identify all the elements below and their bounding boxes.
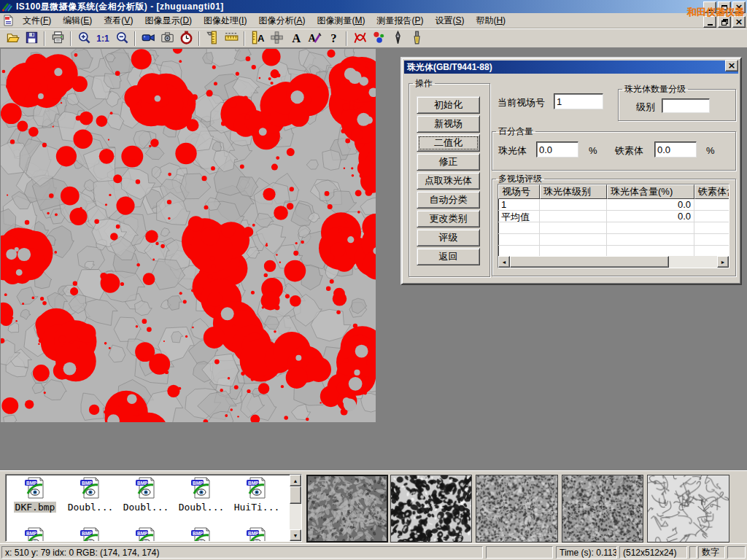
menu-item[interactable]: 图像显示(D) bbox=[139, 13, 198, 28]
file-item[interactable]: BMPDoubl... bbox=[174, 477, 229, 513]
open-button[interactable] bbox=[3, 30, 22, 47]
dialog-title-bar[interactable]: 珠光体(GB/T9441-88) bbox=[404, 61, 738, 74]
status-dimensions: (512x512x24) bbox=[619, 546, 687, 559]
help-icon: ? bbox=[327, 31, 341, 47]
menu-item[interactable]: 图像分析(A) bbox=[252, 13, 311, 28]
op-button[interactable]: 返回 bbox=[417, 248, 480, 265]
scroll-up-icon[interactable]: ▲ bbox=[290, 475, 301, 486]
zoom-in-icon bbox=[77, 31, 91, 47]
current-view-input[interactable] bbox=[554, 93, 603, 109]
zoom-out-button[interactable] bbox=[112, 30, 131, 47]
particles-button[interactable] bbox=[369, 30, 388, 47]
thumbnail-image[interactable] bbox=[390, 475, 472, 542]
child-window-controls bbox=[703, 16, 746, 28]
minimize-button[interactable] bbox=[703, 16, 716, 28]
status-position: x: 510 y: 79 idx: 0 RGB: (174, 174, 174) bbox=[1, 546, 483, 559]
file-item[interactable]: BMP bbox=[229, 527, 285, 542]
file-item[interactable]: BMP bbox=[174, 527, 229, 542]
table-cell bbox=[498, 234, 540, 246]
close-button[interactable] bbox=[732, 16, 746, 28]
dialog-close-button[interactable] bbox=[725, 60, 738, 71]
thumbnail-image[interactable] bbox=[476, 475, 557, 542]
grid-button[interactable] bbox=[267, 30, 286, 47]
thumbnail-image[interactable] bbox=[647, 475, 729, 542]
file-item[interactable]: BMP bbox=[63, 527, 118, 542]
thumbnail-image[interactable] bbox=[306, 475, 388, 542]
camera-button[interactable] bbox=[158, 30, 177, 47]
scroll-right-icon[interactable]: ► bbox=[717, 256, 729, 268]
op-button[interactable]: 自动分类 bbox=[417, 191, 480, 209]
scroll-left-icon[interactable]: ◄ bbox=[498, 256, 510, 268]
micrograph-image[interactable] bbox=[1, 49, 376, 422]
curve-tool-button[interactable] bbox=[350, 30, 369, 47]
table-cell bbox=[694, 211, 729, 222]
menu-item[interactable]: 帮助(H) bbox=[470, 13, 511, 28]
table-row[interactable] bbox=[498, 234, 729, 246]
thumbnail-image[interactable] bbox=[562, 475, 643, 542]
op-button[interactable]: 修正 bbox=[417, 153, 480, 171]
menu-item[interactable]: 图像处理(I) bbox=[198, 13, 252, 28]
measure-text-button[interactable]: A bbox=[248, 30, 267, 47]
table-cell bbox=[694, 199, 729, 211]
table-header-row: 视场号珠光体级别珠光体含量(%)铁素体含量(%) bbox=[498, 184, 729, 199]
table-row[interactable]: 平均值0.0 bbox=[498, 211, 729, 222]
file-item[interactable]: BMP bbox=[118, 527, 174, 542]
child-window-icon[interactable] bbox=[2, 15, 14, 26]
svg-text:BMP: BMP bbox=[248, 531, 259, 536]
file-name: Doubl... bbox=[177, 502, 226, 513]
video-camera-icon bbox=[142, 31, 155, 47]
status-spacer bbox=[727, 546, 746, 559]
op-button[interactable]: 新视场 bbox=[417, 115, 480, 133]
ferrite-percent-input[interactable] bbox=[654, 141, 697, 158]
status-spacer bbox=[486, 546, 553, 559]
op-button[interactable]: 二值化 bbox=[417, 134, 480, 152]
caliper-button[interactable] bbox=[203, 30, 222, 47]
grade-label: 级别 bbox=[636, 101, 655, 114]
menu-item[interactable]: 编辑(E) bbox=[57, 13, 98, 28]
file-item[interactable]: BMPHuiTi... bbox=[229, 477, 285, 513]
maximize-icon bbox=[721, 5, 727, 10]
file-item[interactable]: BMPDoubl... bbox=[63, 477, 118, 513]
zoom-in-button[interactable] bbox=[74, 30, 93, 47]
file-list-scrollbar[interactable]: ▲ ▼ bbox=[290, 475, 301, 541]
ruler-button[interactable] bbox=[222, 30, 241, 47]
bmp-file-icon: BMP bbox=[190, 527, 212, 542]
scroll-thumb[interactable] bbox=[510, 256, 669, 268]
help-button[interactable]: ? bbox=[324, 30, 343, 47]
scroll-thumb[interactable] bbox=[290, 486, 301, 504]
brush-button[interactable] bbox=[407, 30, 426, 47]
file-item[interactable]: BMPDoubl... bbox=[118, 477, 174, 513]
table-row[interactable]: 10.0 bbox=[498, 199, 729, 211]
actual-size-button[interactable]: 1:1 bbox=[93, 30, 112, 47]
text-button[interactable]: A bbox=[286, 30, 305, 47]
pen-button[interactable] bbox=[388, 30, 407, 47]
video-camera-button[interactable] bbox=[139, 30, 158, 47]
restore-button[interactable] bbox=[718, 16, 731, 28]
maximize-button[interactable] bbox=[718, 1, 731, 13]
pearlite-percent-input[interactable] bbox=[536, 141, 578, 158]
menu-item[interactable]: 文件(F) bbox=[17, 13, 57, 28]
op-button[interactable]: 评级 bbox=[417, 229, 480, 246]
menu-item[interactable]: 图像测量(M) bbox=[311, 13, 371, 28]
save-icon bbox=[25, 31, 39, 47]
print-icon bbox=[51, 31, 65, 47]
op-button[interactable]: 点取珠光体 bbox=[417, 172, 480, 190]
file-item[interactable]: BMPDKF.bmp bbox=[7, 477, 63, 513]
menu-item[interactable]: 测量报告(P) bbox=[371, 13, 429, 28]
menu-item[interactable]: 查看(V) bbox=[98, 13, 139, 28]
table-hscrollbar[interactable]: ◄ ► bbox=[498, 256, 729, 268]
file-item[interactable]: BMP bbox=[7, 527, 63, 542]
save-button[interactable] bbox=[22, 30, 41, 47]
annotate-button[interactable]: A bbox=[305, 30, 324, 47]
grade-input[interactable] bbox=[662, 98, 710, 113]
op-button[interactable]: 初始化 bbox=[417, 96, 480, 114]
timer-button[interactable] bbox=[177, 30, 196, 47]
op-button[interactable]: 更改类别 bbox=[417, 210, 480, 228]
table-row[interactable] bbox=[498, 222, 729, 234]
scroll-down-icon[interactable]: ▼ bbox=[290, 529, 301, 541]
menu-item[interactable]: 设置(S) bbox=[429, 13, 470, 28]
close-button[interactable] bbox=[732, 1, 746, 13]
minimize-button[interactable] bbox=[703, 1, 716, 13]
window-title: IS100显微摄像系统(金相分析版) - [zhuguangti01] bbox=[16, 1, 224, 13]
print-button[interactable] bbox=[48, 30, 67, 47]
